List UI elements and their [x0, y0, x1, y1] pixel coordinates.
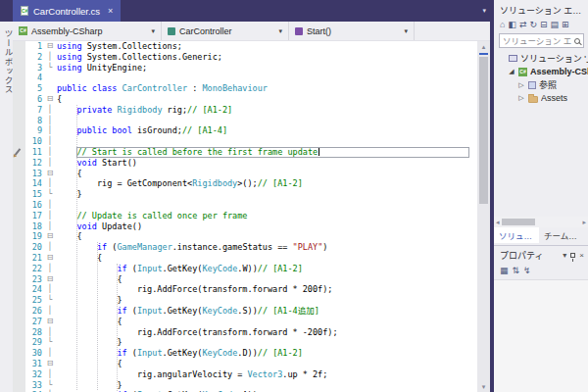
- tree-item-assembly-csharp-project[interactable]: ◢Assembly-CSharp: [494, 66, 588, 79]
- code-text[interactable]: public bool isGround;// [A1-4]: [55, 125, 477, 136]
- code-text[interactable]: // Update is called once per frame: [55, 211, 477, 221]
- tree-item-references[interactable]: ▷参照: [494, 78, 588, 92]
- code-text[interactable]: if (Input.GetKey(KeyCode.W))// [A1-2]: [55, 264, 477, 274]
- scroll-left-icon[interactable]: [494, 219, 502, 226]
- code-line-32[interactable]: 32│ rig.angularVelocity = Vector3.up * 2…: [13, 369, 477, 380]
- code-line-10[interactable]: 10│: [13, 136, 477, 147]
- code-text[interactable]: }: [55, 295, 477, 306]
- events-icon[interactable]: ↯: [523, 266, 531, 276]
- code-line-26[interactable]: 26│ if (Input.GetKey(KeyCode.S))// [A1-4…: [13, 306, 477, 317]
- outline-collapse-icon[interactable]: ⊟: [45, 41, 55, 52]
- code-text[interactable]: {: [55, 359, 477, 369]
- tree-item-assets[interactable]: ▷Assets: [494, 92, 588, 106]
- code-text[interactable]: }: [55, 380, 477, 391]
- code-text[interactable]: using System.Collections.Generic;: [55, 52, 477, 63]
- properties-icon[interactable]: ⊞: [562, 20, 569, 30]
- code-line-18[interactable]: 18│ void Update(): [13, 221, 477, 232]
- code-line-15[interactable]: 15└ }: [13, 189, 477, 200]
- code-text[interactable]: void Start(): [55, 158, 477, 169]
- code-text[interactable]: rig.AddForce(transform.forward * 200f);: [55, 284, 477, 295]
- code-line-29[interactable]: 29└ }: [13, 337, 477, 348]
- code-line-6[interactable]: 6⊟{: [13, 94, 477, 105]
- tree-horizontal-scrollbar[interactable]: [494, 217, 588, 227]
- scrollbar-thumb[interactable]: [479, 57, 488, 204]
- code-line-24[interactable]: 24│ rig.AddForce(transform.forward * 200…: [13, 284, 477, 295]
- code-line-33[interactable]: 33└ }: [13, 380, 477, 391]
- code-text[interactable]: if (Input.GetKey(KeyCode.S))// [A1-4追加]: [55, 306, 477, 317]
- tree-item-solution[interactable]: ソリューション '上...: [494, 52, 588, 66]
- code-text[interactable]: {: [55, 169, 477, 179]
- scroll-right-icon[interactable]: [580, 219, 588, 226]
- code-line-23[interactable]: 23⊟ {: [13, 274, 477, 285]
- expander-expanded-icon[interactable]: ◢: [508, 68, 515, 75]
- code-text[interactable]: if (Input.GetKey(KeyCode.D))// [A1-2]: [55, 348, 477, 359]
- code-line-9[interactable]: 9│ public bool isGround;// [A1-4]: [13, 125, 477, 136]
- scroll-up-icon[interactable]: [477, 41, 490, 52]
- outline-collapse-icon[interactable]: ⊟: [45, 94, 55, 105]
- editor-vertical-scrollbar[interactable]: [477, 41, 490, 392]
- code-line-8[interactable]: 8│: [13, 116, 477, 126]
- code-line-25[interactable]: 25└ }: [13, 295, 477, 306]
- show-all-files-icon[interactable]: ▤: [551, 20, 560, 30]
- code-editor[interactable]: 1⊟using System.Collections;2│using Syste…: [13, 41, 477, 392]
- chevron-down-icon[interactable]: ▾: [563, 251, 566, 260]
- outline-collapse-icon[interactable]: ⊟: [45, 359, 55, 369]
- switch-views-icon[interactable]: ◧: [508, 20, 516, 30]
- code-text[interactable]: rig.angularVelocity = Vector3.up * 2f;: [55, 369, 477, 380]
- code-text[interactable]: }: [55, 189, 477, 200]
- type-dropdown[interactable]: CarController: [162, 22, 289, 40]
- code-text[interactable]: [55, 200, 477, 211]
- solution-search-input[interactable]: [503, 36, 572, 46]
- code-line-7[interactable]: 7│ private Rigidbody rig;// [A1-2]: [13, 105, 477, 116]
- code-line-3[interactable]: 3└using UnityEngine;: [13, 63, 477, 74]
- outline-collapse-icon[interactable]: ⊟: [45, 274, 55, 285]
- outline-collapse-icon[interactable]: ⊟: [45, 317, 55, 327]
- code-line-16[interactable]: 16│: [13, 200, 477, 211]
- close-tab-icon[interactable]: [108, 7, 113, 16]
- code-line-12[interactable]: 12│ void Start(): [13, 158, 477, 169]
- h-scrollbar-thumb[interactable]: [502, 219, 535, 225]
- home-icon[interactable]: ⌂: [500, 20, 505, 30]
- h-scroll-track[interactable]: [502, 219, 581, 225]
- code-line-31[interactable]: 31⊟ {: [13, 359, 477, 369]
- code-line-5[interactable]: 5public class CarController : MonoBehavi…: [13, 83, 477, 94]
- code-text[interactable]: [55, 116, 477, 126]
- code-line-17[interactable]: 17│ // Update is called once per frame: [13, 211, 477, 221]
- collapse-all-icon[interactable]: ⊟: [540, 20, 548, 30]
- code-text[interactable]: [55, 73, 477, 83]
- code-line-22[interactable]: 22│ if (Input.GetKey(KeyCode.W))// [A1-2…: [13, 264, 477, 274]
- code-line-27[interactable]: 27⊟ {: [13, 317, 477, 327]
- code-text[interactable]: void Update(): [55, 221, 477, 232]
- code-line-14[interactable]: 14│ rig = GetComponent<Rigidbody>();// […: [13, 178, 477, 189]
- code-line-11[interactable]: 11│ // Start is called before the first …: [13, 147, 477, 158]
- code-text[interactable]: {: [55, 317, 477, 327]
- code-line-28[interactable]: 28│ rig.AddForce(transform.forward * -20…: [13, 327, 477, 338]
- categorized-icon[interactable]: ▦: [500, 266, 509, 276]
- toolbox-side-tab[interactable]: ツールボックス: [0, 22, 13, 392]
- sync-active-icon[interactable]: ⇄: [519, 20, 527, 30]
- close-icon[interactable]: ×: [579, 251, 584, 260]
- scroll-down-icon[interactable]: [477, 381, 490, 392]
- code-text[interactable]: rig.AddForce(transform.forward * -200f);: [55, 327, 477, 338]
- project-dropdown[interactable]: Assembly-CSharp: [13, 22, 162, 40]
- code-line-21[interactable]: 21⊟ {: [13, 253, 477, 264]
- code-text[interactable]: {: [55, 253, 477, 264]
- code-line-30[interactable]: 30│ if (Input.GetKey(KeyCode.D))// [A1-2…: [13, 348, 477, 359]
- code-line-2[interactable]: 2│using System.Collections.Generic;: [13, 52, 477, 63]
- code-line-19[interactable]: 19⊟ {: [13, 231, 477, 242]
- expander-collapsed-icon[interactable]: ▷: [517, 81, 525, 89]
- code-text[interactable]: [55, 136, 477, 147]
- code-text[interactable]: {: [55, 231, 477, 242]
- code-line-1[interactable]: 1⊟using System.Collections;: [13, 41, 477, 52]
- code-line-13[interactable]: 13⊟ {: [13, 169, 477, 179]
- outline-collapse-icon[interactable]: ⊟: [45, 169, 55, 179]
- outline-collapse-icon[interactable]: ⊟: [45, 253, 55, 264]
- code-text[interactable]: private Rigidbody rig;// [A1-2]: [55, 105, 477, 116]
- code-text[interactable]: rig = GetComponent<Rigidbody>();// [A1-2…: [55, 178, 477, 189]
- tool-tab-solution-explorer[interactable]: ソリューション エクスプローラー: [494, 227, 539, 243]
- code-line-4[interactable]: 4: [13, 73, 477, 83]
- code-text[interactable]: if (GameManager.instance.gameStatus == "…: [55, 242, 477, 253]
- code-text[interactable]: }: [55, 337, 477, 348]
- alphabetical-icon[interactable]: ⇅: [513, 266, 520, 276]
- outline-collapse-icon[interactable]: ⊟: [45, 231, 55, 242]
